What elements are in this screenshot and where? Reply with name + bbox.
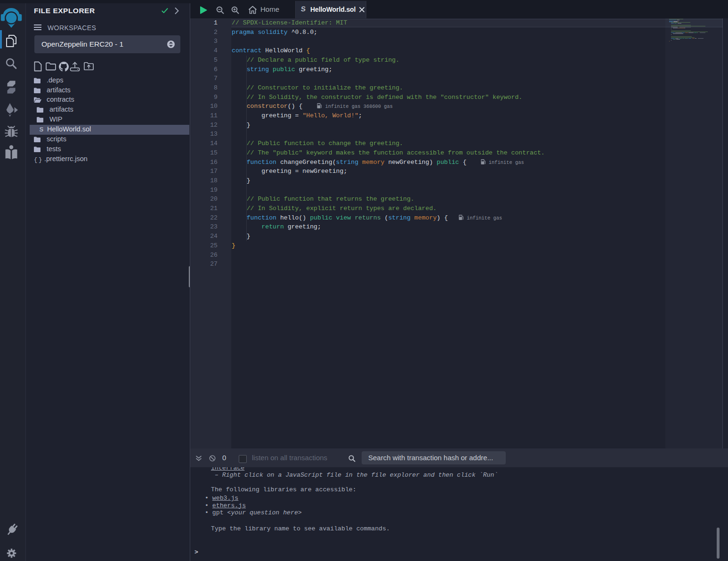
svg-text:S: S bbox=[39, 126, 44, 133]
